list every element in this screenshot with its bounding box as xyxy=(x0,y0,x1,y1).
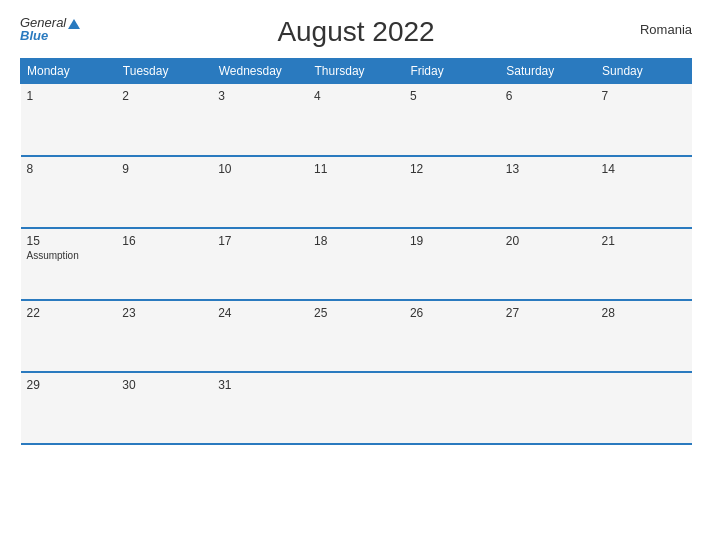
day-number: 27 xyxy=(506,306,590,320)
col-friday: Friday xyxy=(404,59,500,84)
day-number: 12 xyxy=(410,162,494,176)
day-cell: 21 xyxy=(596,228,692,300)
logo-blue-text: Blue xyxy=(20,29,80,42)
day-cell: 22 xyxy=(21,300,117,372)
day-cell: 12 xyxy=(404,156,500,228)
day-number: 31 xyxy=(218,378,302,392)
day-number: 23 xyxy=(122,306,206,320)
day-number: 2 xyxy=(122,89,206,103)
country-label: Romania xyxy=(640,22,692,37)
day-cell xyxy=(404,372,500,444)
day-number: 29 xyxy=(27,378,111,392)
day-number: 18 xyxy=(314,234,398,248)
col-saturday: Saturday xyxy=(500,59,596,84)
col-tuesday: Tuesday xyxy=(116,59,212,84)
day-number: 11 xyxy=(314,162,398,176)
calendar: Monday Tuesday Wednesday Thursday Friday… xyxy=(20,58,692,445)
month-title: August 2022 xyxy=(277,16,434,48)
day-number: 17 xyxy=(218,234,302,248)
weekday-header-row: Monday Tuesday Wednesday Thursday Friday… xyxy=(21,59,692,84)
week-row-2: 891011121314 xyxy=(21,156,692,228)
day-number: 25 xyxy=(314,306,398,320)
day-number: 4 xyxy=(314,89,398,103)
day-cell: 19 xyxy=(404,228,500,300)
day-cell: 30 xyxy=(116,372,212,444)
day-number: 13 xyxy=(506,162,590,176)
day-cell: 26 xyxy=(404,300,500,372)
day-number: 6 xyxy=(506,89,590,103)
day-number: 1 xyxy=(27,89,111,103)
day-event: Assumption xyxy=(27,250,111,261)
day-cell: 14 xyxy=(596,156,692,228)
week-row-1: 1234567 xyxy=(21,84,692,156)
day-cell: 9 xyxy=(116,156,212,228)
day-cell: 25 xyxy=(308,300,404,372)
header: General Blue August 2022 Romania xyxy=(20,16,692,48)
day-cell: 15Assumption xyxy=(21,228,117,300)
day-cell: 3 xyxy=(212,84,308,156)
col-wednesday: Wednesday xyxy=(212,59,308,84)
day-cell: 10 xyxy=(212,156,308,228)
day-number: 22 xyxy=(27,306,111,320)
day-number: 5 xyxy=(410,89,494,103)
day-number: 3 xyxy=(218,89,302,103)
page: General Blue August 2022 Romania Monday … xyxy=(0,0,712,550)
day-cell: 7 xyxy=(596,84,692,156)
day-number: 19 xyxy=(410,234,494,248)
day-cell: 8 xyxy=(21,156,117,228)
day-cell: 5 xyxy=(404,84,500,156)
day-cell: 6 xyxy=(500,84,596,156)
week-row-4: 22232425262728 xyxy=(21,300,692,372)
day-number: 15 xyxy=(27,234,111,248)
day-cell: 13 xyxy=(500,156,596,228)
week-row-3: 15Assumption161718192021 xyxy=(21,228,692,300)
day-cell xyxy=(500,372,596,444)
day-cell: 23 xyxy=(116,300,212,372)
day-cell xyxy=(308,372,404,444)
day-cell: 1 xyxy=(21,84,117,156)
day-number: 20 xyxy=(506,234,590,248)
day-number: 24 xyxy=(218,306,302,320)
col-thursday: Thursday xyxy=(308,59,404,84)
day-cell: 4 xyxy=(308,84,404,156)
day-number: 30 xyxy=(122,378,206,392)
logo: General Blue xyxy=(20,16,80,42)
day-number: 16 xyxy=(122,234,206,248)
day-cell: 16 xyxy=(116,228,212,300)
day-cell: 11 xyxy=(308,156,404,228)
col-sunday: Sunday xyxy=(596,59,692,84)
day-cell: 27 xyxy=(500,300,596,372)
day-number: 7 xyxy=(602,89,686,103)
day-cell: 31 xyxy=(212,372,308,444)
day-cell: 28 xyxy=(596,300,692,372)
day-number: 28 xyxy=(602,306,686,320)
day-number: 14 xyxy=(602,162,686,176)
day-cell: 17 xyxy=(212,228,308,300)
day-number: 10 xyxy=(218,162,302,176)
logo-triangle-icon xyxy=(68,19,80,29)
day-number: 21 xyxy=(602,234,686,248)
day-cell: 29 xyxy=(21,372,117,444)
day-cell: 20 xyxy=(500,228,596,300)
day-number: 9 xyxy=(122,162,206,176)
day-cell: 18 xyxy=(308,228,404,300)
week-row-5: 293031 xyxy=(21,372,692,444)
day-cell: 24 xyxy=(212,300,308,372)
col-monday: Monday xyxy=(21,59,117,84)
day-cell xyxy=(596,372,692,444)
day-number: 26 xyxy=(410,306,494,320)
day-number: 8 xyxy=(27,162,111,176)
day-cell: 2 xyxy=(116,84,212,156)
